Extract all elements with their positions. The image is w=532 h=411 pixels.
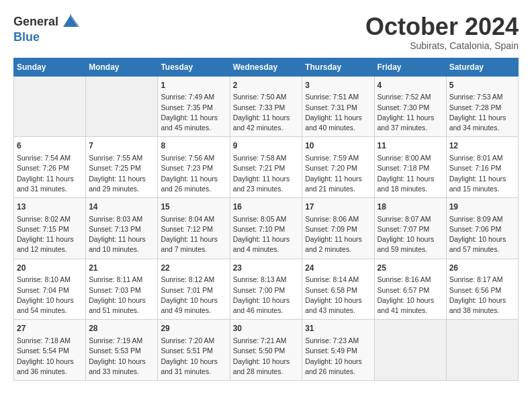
day-number: 20 xyxy=(17,263,83,274)
day-number: 22 xyxy=(161,263,226,274)
day-number: 16 xyxy=(233,201,300,213)
header-row: SundayMondayTuesdayWednesdayThursdayFrid… xyxy=(14,58,519,76)
calendar-cell: 23Sunrise: 8:13 AM Sunset: 7:00 PM Dayli… xyxy=(230,259,302,320)
day-info: Sunrise: 8:05 AM Sunset: 7:10 PM Dayligh… xyxy=(233,214,300,255)
day-info: Sunrise: 8:09 AM Sunset: 7:06 PM Dayligh… xyxy=(449,214,515,255)
day-info: Sunrise: 7:18 AM Sunset: 5:54 PM Dayligh… xyxy=(17,336,83,377)
day-number: 10 xyxy=(305,140,371,152)
day-number: 31 xyxy=(305,323,371,334)
location-subtitle: Subirats, Catalonia, Spain xyxy=(365,40,519,51)
day-number: 12 xyxy=(449,140,515,152)
calendar-cell xyxy=(14,76,86,137)
day-number: 6 xyxy=(17,140,83,152)
calendar-cell: 2Sunrise: 7:50 AM Sunset: 7:33 PM Daylig… xyxy=(230,76,302,137)
day-number: 24 xyxy=(305,263,371,274)
calendar-cell: 29Sunrise: 7:20 AM Sunset: 5:51 PM Dayli… xyxy=(158,320,230,381)
day-number: 4 xyxy=(378,80,443,91)
day-number: 5 xyxy=(449,80,515,91)
calendar-cell: 1Sunrise: 7:49 AM Sunset: 7:35 PM Daylig… xyxy=(158,76,230,137)
day-info: Sunrise: 8:17 AM Sunset: 6:56 PM Dayligh… xyxy=(449,275,515,316)
day-number: 21 xyxy=(89,263,154,274)
calendar-table: SundayMondayTuesdayWednesdayThursdayFrid… xyxy=(13,58,519,381)
calendar-cell: 20Sunrise: 8:10 AM Sunset: 7:04 PM Dayli… xyxy=(14,259,86,320)
day-number: 26 xyxy=(449,263,515,274)
title-area: October 2024 Subirats, Catalonia, Spain xyxy=(365,13,519,51)
calendar-cell: 7Sunrise: 7:55 AM Sunset: 7:25 PM Daylig… xyxy=(86,137,158,198)
header-day-wednesday: Wednesday xyxy=(230,58,302,76)
day-number: 7 xyxy=(89,140,154,152)
day-number: 19 xyxy=(449,201,515,213)
day-number: 13 xyxy=(17,201,83,213)
day-number: 14 xyxy=(89,201,154,213)
day-info: Sunrise: 7:50 AM Sunset: 7:33 PM Dayligh… xyxy=(233,92,300,133)
calendar-cell: 31Sunrise: 7:23 AM Sunset: 5:49 PM Dayli… xyxy=(302,320,374,381)
day-info: Sunrise: 8:01 AM Sunset: 7:16 PM Dayligh… xyxy=(449,153,515,194)
calendar-header: SundayMondayTuesdayWednesdayThursdayFrid… xyxy=(14,58,519,76)
day-info: Sunrise: 8:02 AM Sunset: 7:15 PM Dayligh… xyxy=(17,214,83,255)
day-number: 3 xyxy=(305,80,371,91)
logo-blue: Blue xyxy=(13,30,40,44)
day-number: 27 xyxy=(17,323,83,334)
header-day-tuesday: Tuesday xyxy=(158,58,230,76)
calendar-cell: 24Sunrise: 8:14 AM Sunset: 6:58 PM Dayli… xyxy=(302,259,374,320)
header: General Blue October 2024 Subirats, Cata… xyxy=(13,13,519,51)
day-info: Sunrise: 8:16 AM Sunset: 6:57 PM Dayligh… xyxy=(378,275,443,316)
day-number: 1 xyxy=(161,80,226,91)
day-number: 9 xyxy=(233,140,300,152)
day-number: 17 xyxy=(305,201,371,213)
day-info: Sunrise: 7:20 AM Sunset: 5:51 PM Dayligh… xyxy=(161,336,226,377)
calendar-cell: 10Sunrise: 7:59 AM Sunset: 7:20 PM Dayli… xyxy=(302,137,374,198)
calendar-cell: 12Sunrise: 8:01 AM Sunset: 7:16 PM Dayli… xyxy=(446,137,518,198)
calendar-cell: 8Sunrise: 7:56 AM Sunset: 7:23 PM Daylig… xyxy=(158,137,230,198)
week-row-1: 1Sunrise: 7:49 AM Sunset: 7:35 PM Daylig… xyxy=(14,76,519,137)
day-info: Sunrise: 7:56 AM Sunset: 7:23 PM Dayligh… xyxy=(161,153,226,194)
calendar-cell: 22Sunrise: 8:12 AM Sunset: 7:01 PM Dayli… xyxy=(158,259,230,320)
day-number: 8 xyxy=(161,140,226,152)
calendar-cell: 15Sunrise: 8:04 AM Sunset: 7:12 PM Dayli… xyxy=(158,197,230,259)
day-info: Sunrise: 7:58 AM Sunset: 7:21 PM Dayligh… xyxy=(233,153,300,194)
calendar-cell: 27Sunrise: 7:18 AM Sunset: 5:54 PM Dayli… xyxy=(14,320,86,381)
calendar-cell xyxy=(86,76,158,137)
day-info: Sunrise: 7:51 AM Sunset: 7:31 PM Dayligh… xyxy=(305,92,371,133)
day-info: Sunrise: 7:49 AM Sunset: 7:35 PM Dayligh… xyxy=(161,92,226,133)
day-info: Sunrise: 8:06 AM Sunset: 7:09 PM Dayligh… xyxy=(305,214,371,255)
calendar-cell: 16Sunrise: 8:05 AM Sunset: 7:10 PM Dayli… xyxy=(230,197,302,259)
day-info: Sunrise: 7:21 AM Sunset: 5:50 PM Dayligh… xyxy=(233,336,300,377)
day-info: Sunrise: 8:14 AM Sunset: 6:58 PM Dayligh… xyxy=(305,275,371,316)
calendar-cell xyxy=(374,320,446,381)
day-info: Sunrise: 7:54 AM Sunset: 7:26 PM Dayligh… xyxy=(17,153,83,194)
header-day-saturday: Saturday xyxy=(446,58,518,76)
week-row-2: 6Sunrise: 7:54 AM Sunset: 7:26 PM Daylig… xyxy=(14,137,519,198)
calendar-cell: 9Sunrise: 7:58 AM Sunset: 7:21 PM Daylig… xyxy=(230,137,302,198)
calendar-cell: 3Sunrise: 7:51 AM Sunset: 7:31 PM Daylig… xyxy=(302,76,374,137)
day-number: 29 xyxy=(161,323,226,334)
day-info: Sunrise: 7:55 AM Sunset: 7:25 PM Dayligh… xyxy=(89,153,154,194)
day-number: 25 xyxy=(378,263,443,274)
week-row-5: 27Sunrise: 7:18 AM Sunset: 5:54 PM Dayli… xyxy=(14,320,519,381)
calendar-cell: 30Sunrise: 7:21 AM Sunset: 5:50 PM Dayli… xyxy=(230,320,302,381)
calendar-cell: 14Sunrise: 8:03 AM Sunset: 7:13 PM Dayli… xyxy=(86,197,158,259)
day-number: 2 xyxy=(233,80,300,91)
day-number: 23 xyxy=(233,263,300,274)
calendar-cell: 11Sunrise: 8:00 AM Sunset: 7:18 PM Dayli… xyxy=(374,137,446,198)
calendar-cell: 28Sunrise: 7:19 AM Sunset: 5:53 PM Dayli… xyxy=(86,320,158,381)
day-number: 11 xyxy=(378,140,443,152)
logo-general: General xyxy=(13,15,58,28)
calendar-cell: 26Sunrise: 8:17 AM Sunset: 6:56 PM Dayli… xyxy=(446,259,518,320)
calendar-cell: 21Sunrise: 8:11 AM Sunset: 7:03 PM Dayli… xyxy=(86,259,158,320)
header-day-friday: Friday xyxy=(374,58,446,76)
day-info: Sunrise: 8:10 AM Sunset: 7:04 PM Dayligh… xyxy=(17,275,83,316)
day-info: Sunrise: 8:03 AM Sunset: 7:13 PM Dayligh… xyxy=(89,214,154,255)
day-info: Sunrise: 8:07 AM Sunset: 7:07 PM Dayligh… xyxy=(378,214,443,255)
calendar-cell: 13Sunrise: 8:02 AM Sunset: 7:15 PM Dayli… xyxy=(14,197,86,259)
header-day-sunday: Sunday xyxy=(14,58,86,76)
week-row-4: 20Sunrise: 8:10 AM Sunset: 7:04 PM Dayli… xyxy=(14,259,519,320)
day-number: 15 xyxy=(161,201,226,213)
calendar-cell: 25Sunrise: 8:16 AM Sunset: 6:57 PM Dayli… xyxy=(374,259,446,320)
calendar-cell: 4Sunrise: 7:52 AM Sunset: 7:30 PM Daylig… xyxy=(374,76,446,137)
day-info: Sunrise: 8:13 AM Sunset: 7:00 PM Dayligh… xyxy=(233,275,300,316)
calendar-cell: 19Sunrise: 8:09 AM Sunset: 7:06 PM Dayli… xyxy=(446,197,518,259)
calendar-cell: 18Sunrise: 8:07 AM Sunset: 7:07 PM Dayli… xyxy=(374,197,446,259)
calendar-cell xyxy=(446,320,518,381)
header-day-monday: Monday xyxy=(86,58,158,76)
